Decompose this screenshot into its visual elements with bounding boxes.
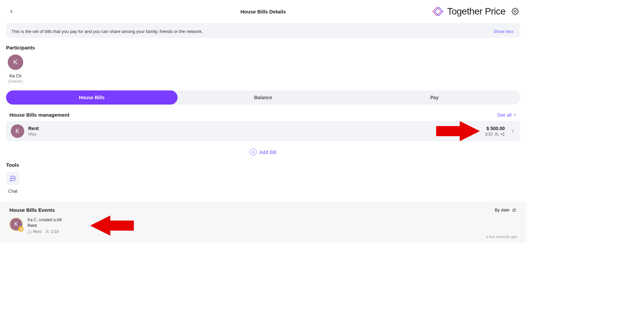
svg-point-11 — [13, 178, 13, 179]
home-icon — [28, 230, 32, 234]
settings-button[interactable] — [512, 8, 519, 15]
annotation-arrow-icon — [436, 121, 480, 141]
svg-point-5 — [501, 133, 502, 134]
tab-house-bills[interactable]: House Bills — [6, 90, 178, 105]
tab-balance[interactable]: Balance — [178, 90, 349, 105]
svg-line-8 — [502, 133, 503, 134]
svg-point-10 — [12, 178, 12, 179]
svg-point-16 — [513, 210, 514, 211]
users-icon — [494, 132, 499, 136]
gear-icon — [512, 8, 519, 15]
bill-month: May — [28, 131, 39, 136]
info-banner: This is the set of bills that you pay fo… — [6, 23, 520, 38]
svg-point-2 — [514, 10, 516, 12]
share-icon — [500, 132, 505, 136]
events-title: House Bills Events — [9, 207, 55, 213]
chat-icon — [9, 175, 16, 182]
event-bill-name: Rent — [28, 223, 62, 228]
event-description: Ka C. created a bill — [28, 218, 62, 222]
svg-marker-9 — [436, 121, 480, 141]
participants-list: K Ka Ch (Owner) — [0, 54, 526, 84]
info-text: This is the set of bills that you pay fo… — [11, 29, 515, 34]
bill-name: Rent — [28, 126, 39, 131]
tool-chat[interactable]: Chat — [6, 172, 20, 194]
chevron-right-icon — [513, 113, 517, 117]
tools-title: Tools — [6, 162, 526, 168]
event-timestamp: a few seconds ago — [486, 235, 517, 239]
add-bill-label: Add Bill — [259, 149, 276, 155]
participant-name: Ka Ch — [9, 73, 22, 78]
page-title: House Bills Details — [240, 9, 286, 14]
show-less-toggle[interactable]: Show less — [494, 29, 514, 34]
participant-role: (Owner) — [8, 79, 23, 84]
header: House Bills Details Together Price — [0, 0, 526, 23]
chevron-right-icon — [510, 128, 516, 134]
avatar: K — [8, 54, 23, 70]
brand-name: Together Price — [447, 6, 505, 17]
back-button[interactable] — [7, 7, 15, 15]
svg-point-3 — [495, 132, 497, 134]
events-section: House Bills Events By date K Ka C. creat… — [0, 202, 526, 243]
logo-icon — [430, 5, 444, 18]
event-row[interactable]: K Ka C. created a bill Rent Rent 1/10 — [9, 218, 517, 234]
svg-marker-18 — [90, 216, 134, 236]
event-meta-category: Rent — [28, 229, 41, 234]
brand-logo[interactable]: Together Price — [430, 5, 505, 18]
bill-avatar: K — [11, 124, 24, 138]
see-all-button[interactable]: See all — [497, 112, 517, 118]
sort-label: By date — [495, 207, 509, 212]
svg-point-17 — [46, 230, 48, 232]
participants-title: Participants — [6, 45, 526, 50]
see-all-label: See all — [497, 112, 512, 118]
plus-icon: + — [250, 149, 257, 155]
owner-badge-icon — [18, 226, 24, 232]
management-header: House Bills management See all — [9, 112, 517, 118]
sliders-icon — [512, 207, 517, 213]
tabs: House Bills Balance Pay — [6, 90, 520, 105]
bill-row[interactable]: K Rent May $ 500.00 1/10 — [6, 121, 520, 141]
event-meta-ratio: 1/10 — [45, 229, 59, 234]
svg-line-7 — [502, 134, 503, 135]
svg-point-12 — [14, 178, 14, 179]
tools-list: Chat — [0, 172, 526, 194]
tool-label: Chat — [8, 189, 17, 194]
participant-item[interactable]: K Ka Ch (Owner) — [6, 54, 25, 84]
svg-point-6 — [503, 135, 504, 136]
chevron-left-icon — [9, 9, 14, 14]
sort-button[interactable]: By date — [495, 207, 517, 213]
tab-pay[interactable]: Pay — [349, 90, 520, 105]
bill-ratio: 1/10 — [485, 132, 505, 136]
annotation-arrow-icon — [90, 216, 134, 236]
svg-point-14 — [515, 209, 516, 210]
add-bill-button[interactable]: + Add Bill — [0, 149, 526, 155]
bill-amount: $ 500.00 — [485, 126, 505, 131]
users-icon — [45, 230, 49, 234]
management-title: House Bills management — [9, 112, 69, 118]
svg-point-4 — [503, 132, 504, 133]
